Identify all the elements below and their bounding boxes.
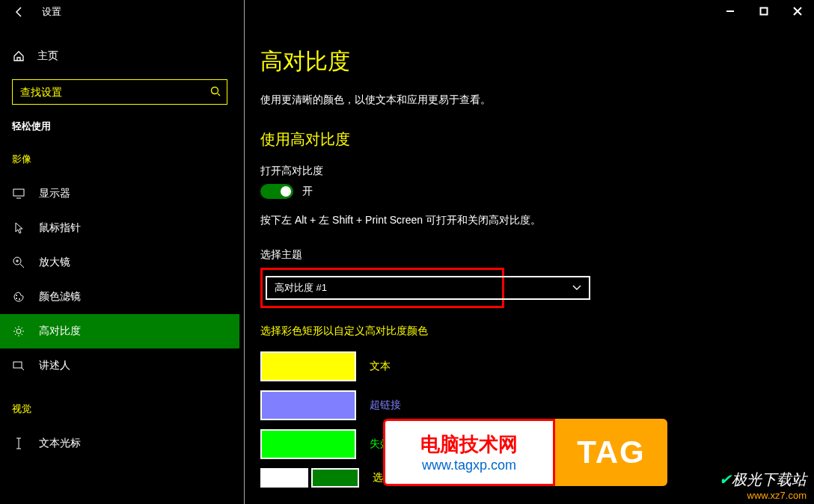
maximize-button[interactable] <box>747 0 780 22</box>
svg-rect-4 <box>13 189 24 196</box>
magnifier-icon <box>12 256 25 269</box>
svg-line-19 <box>22 334 23 336</box>
theme-highlight: 高对比度 #1 <box>260 268 504 308</box>
color-label-text: 文本 <box>370 360 391 373</box>
color-row-hyperlink: 超链接 <box>260 390 814 420</box>
svg-point-13 <box>16 329 21 334</box>
cursor-icon <box>12 221 25 235</box>
swatch-disabled[interactable] <box>260 429 356 459</box>
svg-point-12 <box>19 298 20 300</box>
watermark: 电脑技术网 www.tagxp.com TAG <box>383 419 667 486</box>
search-box[interactable] <box>12 79 227 105</box>
page-title: 高对比度 <box>260 46 814 77</box>
sidebar-item-magnifier[interactable]: 放大镜 <box>0 245 239 280</box>
nav-label: 显示器 <box>39 187 70 200</box>
section-label: 轻松使用 <box>0 120 239 133</box>
watermark-tag: TAG <box>577 434 646 470</box>
nav-label: 讲述人 <box>39 359 70 372</box>
nav-label: 颜色滤镜 <box>39 290 81 304</box>
svg-line-18 <box>15 328 16 329</box>
sidebar-item-high-contrast[interactable]: 高对比度 <box>0 314 239 348</box>
watermark-right: TAG <box>555 419 667 486</box>
svg-point-10 <box>16 295 17 296</box>
swatch-selected-fg[interactable] <box>260 468 308 488</box>
high-contrast-toggle[interactable] <box>260 184 293 199</box>
shortcut-hint: 按下左 Alt + 左 Shift + Print Screen 可打开和关闭高… <box>260 214 814 227</box>
swatch-hyperlink[interactable] <box>260 390 356 420</box>
watermark-line2: www.tagxp.com <box>422 458 516 473</box>
group-label-vision: 影像 <box>0 153 239 166</box>
svg-point-11 <box>16 298 17 299</box>
svg-line-3 <box>218 93 220 96</box>
custom-colors-label: 选择彩色矩形以自定义高对比度颜色 <box>260 325 814 338</box>
group-label-visual: 视觉 <box>0 402 239 416</box>
page-subtitle: 使用更清晰的颜色，以使文本和应用更易于查看。 <box>260 93 814 107</box>
corner-line1: ✔极光下载站 <box>719 470 807 490</box>
title-bar: 设置 <box>0 0 814 24</box>
theme-value: 高对比度 #1 <box>275 281 327 295</box>
theme-select[interactable]: 高对比度 #1 <box>266 276 590 300</box>
sidebar-item-display[interactable]: 显示器 <box>0 176 239 211</box>
svg-rect-22 <box>13 362 22 368</box>
sidebar-item-narrator[interactable]: 讲述人 <box>0 348 239 383</box>
narrator-icon <box>12 359 25 372</box>
sidebar-item-color-filters[interactable]: 颜色滤镜 <box>0 280 239 314</box>
chevron-down-icon <box>572 283 581 293</box>
toggle-label: 打开高对比度 <box>260 165 814 178</box>
palette-icon <box>12 290 25 304</box>
window-controls <box>713 0 814 22</box>
home-link[interactable]: 主页 <box>0 45 239 67</box>
sidebar-item-text-cursor[interactable]: 文本光标 <box>0 426 239 461</box>
close-button[interactable] <box>780 0 814 22</box>
theme-label: 选择主题 <box>260 248 814 262</box>
swatch-text[interactable] <box>260 351 356 381</box>
nav-label: 鼠标指针 <box>39 221 81 235</box>
watermark-left: 电脑技术网 www.tagxp.com <box>383 419 555 486</box>
section-header: 使用高对比度 <box>260 129 814 150</box>
toggle-state: 开 <box>302 185 313 198</box>
color-label-hyperlink: 超链接 <box>370 399 401 412</box>
svg-line-7 <box>20 264 24 268</box>
back-button[interactable] <box>12 4 27 19</box>
svg-line-21 <box>22 328 23 329</box>
sidebar: 主页 轻松使用 影像 显示器 鼠标指针 放大镜 颜色滤镜 高对比度 <box>0 24 239 504</box>
watermark-line1: 电脑技术网 <box>420 431 518 458</box>
corner-line2: www.xz7.com <box>719 490 807 501</box>
text-cursor-icon <box>12 437 25 450</box>
search-input[interactable] <box>20 86 210 98</box>
minimize-button[interactable] <box>713 0 747 22</box>
sidebar-item-mouse-pointer[interactable]: 鼠标指针 <box>0 211 239 245</box>
corner-watermark: ✔极光下载站 www.xz7.com <box>719 470 807 501</box>
nav-label: 放大镜 <box>39 256 70 269</box>
monitor-icon <box>12 187 25 200</box>
svg-line-20 <box>15 334 16 336</box>
brightness-icon <box>12 325 25 338</box>
color-row-text: 文本 <box>260 351 814 381</box>
svg-point-2 <box>212 87 218 93</box>
nav-label: 高对比度 <box>39 325 81 338</box>
home-icon <box>12 49 25 63</box>
nav-label: 文本光标 <box>39 437 81 450</box>
search-icon <box>210 86 221 99</box>
swatch-selected-bg[interactable] <box>311 468 359 488</box>
window-title: 设置 <box>42 5 61 19</box>
home-label: 主页 <box>37 49 58 63</box>
svg-rect-1 <box>760 8 767 15</box>
